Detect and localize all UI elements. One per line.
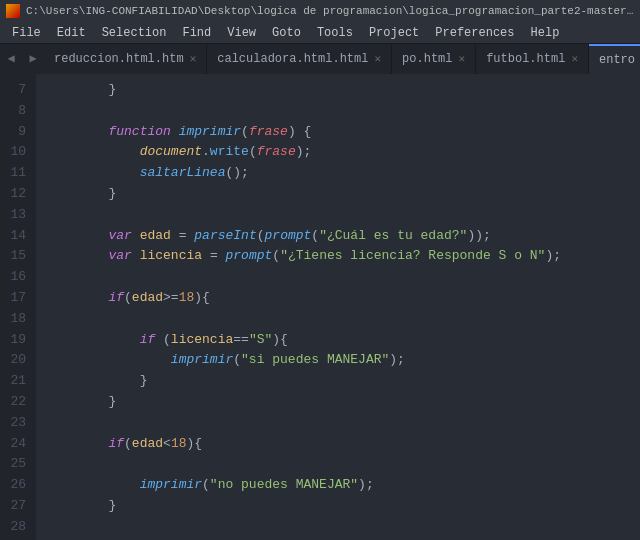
menu-preferences[interactable]: Preferences bbox=[427, 24, 522, 42]
tab-label: po.html bbox=[402, 52, 452, 66]
line-number: 28 bbox=[6, 517, 26, 538]
code-line-24: if(edad<18){ bbox=[46, 434, 640, 455]
tab-close-icon[interactable]: ✕ bbox=[459, 52, 466, 65]
editor: 7 8 9 10 11 12 13 14 15 16 17 18 19 20 2… bbox=[0, 74, 640, 540]
menu-goto[interactable]: Goto bbox=[264, 24, 309, 42]
code-line-25 bbox=[46, 454, 640, 475]
code-line-22: } bbox=[46, 392, 640, 413]
menu-help[interactable]: Help bbox=[523, 24, 568, 42]
line-number: 24 bbox=[6, 434, 26, 455]
code-line-26: imprimir("no puedes MANEJAR"); bbox=[46, 475, 640, 496]
menu-find[interactable]: Find bbox=[174, 24, 219, 42]
line-number: 13 bbox=[6, 205, 26, 226]
line-number: 15 bbox=[6, 246, 26, 267]
code-line-17: if(edad>=18){ bbox=[46, 288, 640, 309]
line-number: 25 bbox=[6, 454, 26, 475]
menu-project[interactable]: Project bbox=[361, 24, 427, 42]
tab-label: calculadora.html.html bbox=[217, 52, 368, 66]
code-line-15: var licencia = prompt("¿Tienes licencia?… bbox=[46, 246, 640, 267]
tab-close-icon[interactable]: ✕ bbox=[571, 52, 578, 65]
tab-close-icon[interactable]: ✕ bbox=[374, 52, 381, 65]
line-number: 20 bbox=[6, 350, 26, 371]
code-line-20: imprimir("si puedes MANEJAR"); bbox=[46, 350, 640, 371]
code-line-12: } bbox=[46, 184, 640, 205]
line-number: 12 bbox=[6, 184, 26, 205]
line-number: 7 bbox=[6, 80, 26, 101]
line-number: 17 bbox=[6, 288, 26, 309]
tab-bar: ◀ ▶ reduccion.html.htm ✕ calculadora.htm… bbox=[0, 44, 640, 74]
menu-file[interactable]: File bbox=[4, 24, 49, 42]
tab-label: entro bbox=[599, 53, 635, 67]
title-bar: C:\Users\ING-CONFIABILIDAD\Desktop\logic… bbox=[0, 0, 640, 22]
tab-futbol[interactable]: futbol.html ✕ bbox=[476, 44, 589, 74]
line-number: 21 bbox=[6, 371, 26, 392]
line-number: 22 bbox=[6, 392, 26, 413]
menu-bar: File Edit Selection Find View Goto Tools… bbox=[0, 22, 640, 44]
line-number: 9 bbox=[6, 122, 26, 143]
tab-prev-button[interactable]: ◀ bbox=[0, 44, 22, 74]
tab-po[interactable]: po.html ✕ bbox=[392, 44, 476, 74]
tab-calculadora[interactable]: calculadora.html.html ✕ bbox=[207, 44, 392, 74]
line-number: 23 bbox=[6, 413, 26, 434]
line-number: 10 bbox=[6, 142, 26, 163]
tab-close-icon[interactable]: ✕ bbox=[190, 52, 197, 65]
line-number: 14 bbox=[6, 226, 26, 247]
app-icon bbox=[6, 4, 20, 18]
tab-next-button[interactable]: ▶ bbox=[22, 44, 44, 74]
menu-view[interactable]: View bbox=[219, 24, 264, 42]
line-number: 8 bbox=[6, 101, 26, 122]
menu-edit[interactable]: Edit bbox=[49, 24, 94, 42]
code-line-8 bbox=[46, 101, 640, 122]
tab-label: reduccion.html.htm bbox=[54, 52, 184, 66]
menu-tools[interactable]: Tools bbox=[309, 24, 361, 42]
code-content[interactable]: } function imprimir(frase) { document.wr… bbox=[36, 74, 640, 540]
code-line-16 bbox=[46, 267, 640, 288]
menu-selection[interactable]: Selection bbox=[94, 24, 175, 42]
tab-entro[interactable]: entro bbox=[589, 44, 640, 74]
code-line-18 bbox=[46, 309, 640, 330]
tab-reduccion[interactable]: reduccion.html.htm ✕ bbox=[44, 44, 207, 74]
tab-label: futbol.html bbox=[486, 52, 565, 66]
code-line-11: saltarLinea(); bbox=[46, 163, 640, 184]
line-number: 18 bbox=[6, 309, 26, 330]
line-number: 11 bbox=[6, 163, 26, 184]
line-number: 26 bbox=[6, 475, 26, 496]
code-line-28 bbox=[46, 517, 640, 538]
code-line-19: if (licencia=="S"){ bbox=[46, 330, 640, 351]
code-line-9: function imprimir(frase) { bbox=[46, 122, 640, 143]
code-line-10: document.write(frase); bbox=[46, 142, 640, 163]
code-line-27: } bbox=[46, 496, 640, 517]
code-line-13 bbox=[46, 205, 640, 226]
code-line-23 bbox=[46, 413, 640, 434]
title-text: C:\Users\ING-CONFIABILIDAD\Desktop\logic… bbox=[26, 5, 634, 17]
line-number: 16 bbox=[6, 267, 26, 288]
code-line-14: var edad = parseInt(prompt("¿Cuál es tu … bbox=[46, 226, 640, 247]
line-numbers: 7 8 9 10 11 12 13 14 15 16 17 18 19 20 2… bbox=[0, 74, 36, 540]
line-number: 19 bbox=[6, 330, 26, 351]
line-number: 27 bbox=[6, 496, 26, 517]
code-line-7: } bbox=[46, 80, 640, 101]
code-line-21: } bbox=[46, 371, 640, 392]
